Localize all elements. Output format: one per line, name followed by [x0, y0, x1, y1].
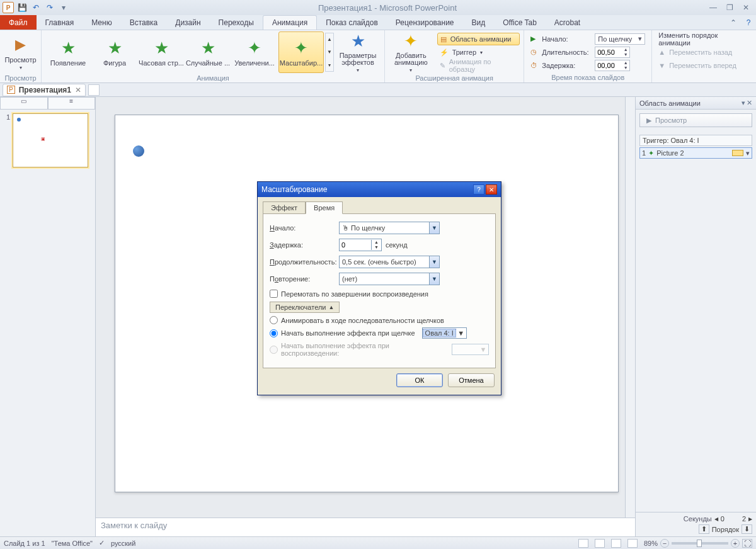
reading-view-icon[interactable]: [611, 539, 621, 548]
anim-shape[interactable]: ★Фигура: [92, 31, 137, 73]
animation-painter-button[interactable]: ✎Анимация по образцу: [437, 59, 520, 72]
radio-onplay: Начать выполнение эффекта при воспроизве…: [270, 342, 489, 357]
spellcheck-icon[interactable]: ✓: [99, 539, 105, 547]
fit-window-icon[interactable]: ⛶: [742, 539, 752, 548]
tab-animation[interactable]: Анимация: [263, 15, 317, 30]
close-window-icon[interactable]: ✕: [738, 3, 753, 13]
duration-input[interactable]: ▲▼: [595, 47, 630, 58]
qat-dropdown-icon[interactable]: ▾: [58, 2, 69, 13]
timing-delay: ⏱Задержка:▲▼: [528, 59, 648, 72]
dialog-close-icon[interactable]: ✕: [486, 184, 497, 195]
tab-menu[interactable]: Меню: [83, 15, 120, 30]
tab-design[interactable]: Дизайн: [166, 15, 209, 30]
cancel-button[interactable]: Отмена: [448, 373, 495, 387]
redo-icon[interactable]: ↷: [44, 2, 55, 13]
down-icon: ▼: [658, 62, 665, 69]
rewind-checkbox[interactable]: Перемотать по завершении воспроизведения: [270, 290, 489, 298]
list-icon: ▤: [440, 35, 447, 43]
thumbnails-tab[interactable]: ▭: [0, 97, 48, 110]
star-icon: ★: [108, 38, 122, 58]
anim-zoom[interactable]: ✦Масштабир...: [278, 31, 324, 73]
anim-appear[interactable]: ★Появление: [45, 31, 91, 73]
ribbon-collapse-icon[interactable]: ⌃: [726, 15, 741, 30]
ok-button[interactable]: ОК: [396, 373, 443, 387]
tab-acrobat[interactable]: Acrobat: [546, 15, 589, 30]
anim-grow[interactable]: ✦Увеличени...: [232, 31, 277, 73]
ribbon-tabs: Файл Главная Меню Вставка Дизайн Переход…: [0, 15, 756, 30]
reorder-title: Изменить порядок анимации: [656, 33, 752, 45]
pane-dropdown-icon[interactable]: ▾: [742, 99, 745, 107]
trigger-header: Триггер: Овал 4: I: [639, 135, 752, 146]
collapse-icon: ▲: [328, 304, 334, 310]
dialog-help-icon[interactable]: ?: [473, 184, 484, 195]
star-icon: ★: [154, 38, 169, 58]
bolt-icon: ⚡: [440, 48, 449, 57]
tab-officetab[interactable]: Office Tab: [494, 15, 546, 30]
duration-combo[interactable]: 0,5 сек. (очень быстро)▼: [339, 256, 440, 268]
theme-name: "Тема Office": [52, 540, 93, 547]
slide-thumbnail-1[interactable]: 1 ▣: [6, 113, 89, 167]
tab-insert[interactable]: Вставка: [121, 15, 167, 30]
anim-clock[interactable]: ★Часовая стр...: [139, 31, 184, 73]
reorder-up-icon[interactable]: ⬆: [699, 524, 709, 534]
close-tab-icon[interactable]: ✕: [75, 86, 81, 94]
help-icon[interactable]: ?: [741, 15, 756, 30]
pane-close-icon[interactable]: ✕: [747, 99, 752, 107]
gallery-scroll[interactable]: ▲▼▾: [325, 33, 334, 72]
delay-spin[interactable]: ▲▼: [339, 239, 382, 251]
outline-tab[interactable]: ≡: [48, 97, 96, 110]
dialog-tab-time[interactable]: Время: [306, 201, 343, 214]
tab-review[interactable]: Рецензирование: [387, 15, 463, 30]
tab-file[interactable]: Файл: [0, 15, 37, 30]
zoom-slider[interactable]: [672, 542, 728, 545]
minimize-icon[interactable]: ―: [706, 3, 721, 13]
radio-sequence[interactable]: Анимировать в ходе последовательности ще…: [270, 316, 489, 324]
effect-options-button[interactable]: ★Параметры эффектов▾: [335, 31, 381, 73]
tab-home[interactable]: Главная: [37, 15, 83, 30]
vertical-scrollbar[interactable]: [625, 97, 635, 518]
ribbon: ▶Просмотр▾ Просмотр ★Появление ★Фигура ★…: [0, 30, 756, 83]
sorter-view-icon[interactable]: [595, 539, 605, 548]
dialog-tab-effect[interactable]: Эффект: [263, 201, 306, 214]
radio-onclick[interactable]: Начать выполнение эффекта при щелчкеОвал…: [270, 327, 489, 339]
clock-icon: ◷: [530, 48, 538, 56]
play-icon: ▶: [530, 35, 538, 43]
quick-access-toolbar: P 💾 ↶ ↷ ▾: [3, 2, 69, 13]
document-tab[interactable]: P Презентация1 ✕: [3, 84, 86, 96]
reorder-down-icon[interactable]: ⬇: [742, 524, 752, 534]
start-select[interactable]: По щелчку▾: [595, 33, 645, 45]
triggers-toggle[interactable]: Переключатели ▲: [270, 302, 340, 313]
animation-pane: Область анимации▾✕ ▶Просмотр Триггер: Ов…: [635, 97, 756, 536]
save-icon[interactable]: 💾: [16, 2, 28, 13]
animation-pane-button[interactable]: ▤Область анимации: [437, 33, 520, 45]
new-tab-button[interactable]: [88, 84, 100, 96]
item-dropdown-icon[interactable]: ▾: [746, 149, 750, 157]
notes-pane[interactable]: Заметки к слайду: [96, 518, 635, 536]
tab-transitions[interactable]: Переходы: [210, 15, 263, 30]
add-animation-button[interactable]: ✦Добавить анимацию▾: [389, 31, 433, 73]
tab-slideshow[interactable]: Показ слайдов: [317, 15, 387, 30]
timing-bar: [732, 150, 743, 156]
move-later-button[interactable]: ▼Переместить вперед: [656, 59, 752, 72]
zoom-in-icon[interactable]: +: [731, 539, 740, 548]
zoom-control: 89% − + ⛶: [644, 539, 752, 548]
slideshow-view-icon[interactable]: [627, 539, 638, 548]
delay-input[interactable]: ▲▼: [595, 60, 630, 71]
zoom-out-icon[interactable]: −: [660, 539, 669, 548]
animation-item[interactable]: 1 ✦ Picture 2 ▾: [639, 147, 752, 159]
play-animations-button[interactable]: ▶Просмотр: [639, 113, 752, 127]
trigger-object-combo[interactable]: Овал 4: I▼: [422, 327, 467, 339]
repeat-combo[interactable]: (нет)▼: [339, 273, 440, 285]
restore-icon[interactable]: ❐: [722, 3, 737, 13]
window-controls: ― ❐ ✕: [706, 3, 753, 13]
move-earlier-button[interactable]: ▲Переместить назад: [656, 46, 752, 59]
undo-icon[interactable]: ↶: [30, 2, 42, 13]
start-combo[interactable]: 🖱 По щелчку▼: [339, 222, 440, 234]
trigger-button[interactable]: ⚡Триггер ▾: [437, 46, 520, 59]
preview-button[interactable]: ▶Просмотр▾: [4, 31, 37, 73]
language[interactable]: русский: [111, 540, 135, 547]
anim-random[interactable]: ★Случайные ...: [185, 31, 231, 73]
effect-icon: ✦: [648, 149, 654, 157]
tab-view[interactable]: Вид: [463, 15, 495, 30]
normal-view-icon[interactable]: [578, 539, 588, 548]
